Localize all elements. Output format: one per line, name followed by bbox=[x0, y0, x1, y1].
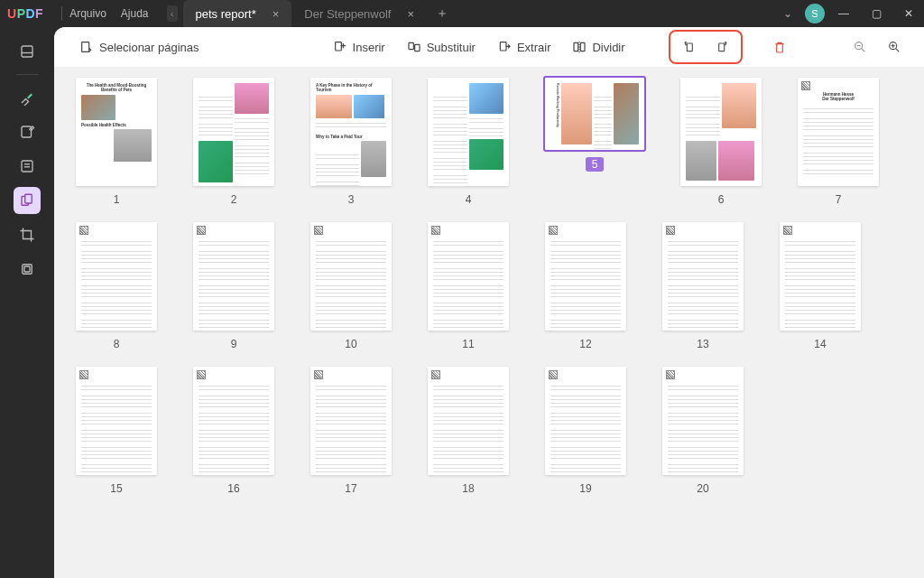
qr-icon bbox=[783, 226, 792, 235]
extract-button[interactable]: Extrair bbox=[488, 34, 560, 60]
svg-rect-9 bbox=[24, 266, 30, 272]
chevron-down-icon[interactable]: ⌄ bbox=[783, 7, 792, 20]
insert-icon bbox=[333, 40, 347, 54]
page-number: 13 bbox=[697, 338, 708, 350]
qr-icon bbox=[314, 226, 323, 235]
replace-icon bbox=[407, 40, 421, 54]
left-sidebar bbox=[0, 27, 54, 578]
qr-icon bbox=[197, 370, 206, 379]
tab-active[interactable]: pets report* × bbox=[183, 0, 292, 27]
select-icon bbox=[79, 40, 94, 54]
page-number: 16 bbox=[227, 482, 239, 495]
svg-line-23 bbox=[862, 49, 864, 51]
add-tab-icon[interactable]: ＋ bbox=[436, 5, 448, 22]
minimize-icon[interactable]: ― bbox=[836, 7, 852, 20]
tab-inactive[interactable]: Der Steppenwolf × bbox=[291, 0, 427, 27]
page-thumbnail[interactable] bbox=[662, 367, 744, 475]
delete-button[interactable] bbox=[766, 33, 793, 61]
close-icon[interactable]: × bbox=[407, 7, 414, 21]
zoom-out-button[interactable] bbox=[846, 33, 873, 61]
page-thumbnail[interactable] bbox=[193, 78, 274, 186]
page-number: 11 bbox=[462, 338, 474, 350]
page-thumbnail[interactable] bbox=[780, 222, 861, 331]
page-number: 2 bbox=[231, 193, 237, 206]
page-thumbnail-selected[interactable]: Remote Working Productivity bbox=[545, 78, 644, 150]
zoom-out-icon bbox=[853, 40, 867, 54]
svg-rect-15 bbox=[414, 44, 419, 51]
svg-rect-18 bbox=[581, 42, 586, 51]
avatar[interactable]: S bbox=[805, 4, 825, 23]
thumbnail-grid: The Health and Mood-Boosting Benefits of… bbox=[54, 67, 924, 578]
page-thumbnail[interactable] bbox=[193, 367, 274, 475]
qr-icon bbox=[666, 226, 675, 235]
split-icon bbox=[572, 40, 587, 54]
tool-ocr-icon[interactable] bbox=[14, 153, 41, 180]
page-number: 12 bbox=[579, 338, 591, 350]
page-thumbnail[interactable] bbox=[545, 367, 626, 475]
page-thumbnail[interactable] bbox=[310, 367, 392, 475]
page-thumbnail[interactable] bbox=[76, 222, 157, 331]
page-thumbnail[interactable] bbox=[193, 222, 274, 331]
tab-handle-icon[interactable]: ‹ bbox=[167, 5, 178, 22]
tool-thumbnails-icon[interactable] bbox=[14, 38, 41, 65]
page-number: 15 bbox=[110, 482, 122, 495]
rotate-group-highlight bbox=[669, 30, 743, 64]
svg-rect-3 bbox=[22, 161, 32, 172]
qr-icon bbox=[197, 226, 206, 235]
page-number: 18 bbox=[462, 482, 474, 495]
thumb-title: A Key Phase in the History of Tourism bbox=[316, 83, 386, 93]
tool-edit-icon[interactable] bbox=[14, 118, 41, 145]
tool-compress-icon[interactable] bbox=[14, 256, 41, 283]
svg-rect-0 bbox=[22, 46, 32, 57]
qr-icon bbox=[549, 226, 558, 235]
page-thumbnail[interactable]: A Key Phase in the History of Tourism Wh… bbox=[310, 78, 392, 186]
qr-icon bbox=[549, 370, 558, 379]
rotate-left-button[interactable] bbox=[676, 33, 703, 61]
zoom-in-button[interactable] bbox=[881, 33, 908, 61]
tool-highlight-icon[interactable] bbox=[14, 84, 41, 111]
page-thumbnail[interactable] bbox=[428, 78, 509, 186]
svg-rect-16 bbox=[500, 42, 506, 51]
page-thumbnail[interactable]: The Health and Mood-Boosting Benefits of… bbox=[76, 78, 157, 186]
page-number: 4 bbox=[466, 193, 472, 206]
qr-icon bbox=[801, 81, 810, 90]
page-number: 6 bbox=[718, 193, 725, 206]
replace-label: Substituir bbox=[427, 41, 476, 54]
maximize-icon[interactable]: ▢ bbox=[868, 7, 884, 20]
qr-icon bbox=[666, 370, 675, 379]
qr-icon bbox=[431, 226, 440, 235]
tool-crop-icon[interactable] bbox=[14, 221, 41, 248]
page-number: 14 bbox=[814, 338, 826, 350]
separator bbox=[16, 74, 38, 75]
close-icon[interactable]: × bbox=[273, 7, 280, 21]
app-logo: UPDF bbox=[7, 6, 43, 21]
page-thumbnail[interactable] bbox=[428, 367, 509, 475]
qr-icon bbox=[431, 370, 440, 379]
menu-help[interactable]: Ajuda bbox=[121, 7, 149, 20]
split-label: Dividir bbox=[592, 41, 624, 54]
zoom-in-icon bbox=[887, 40, 901, 54]
select-pages-label: Selecionar páginas bbox=[99, 41, 199, 54]
page-thumbnail[interactable] bbox=[428, 222, 509, 331]
page-number: 10 bbox=[345, 338, 356, 350]
page-thumbnail[interactable] bbox=[310, 222, 392, 331]
insert-button[interactable]: Inserir bbox=[324, 34, 394, 60]
tool-organize-pages-icon[interactable] bbox=[14, 187, 41, 214]
page-thumbnail[interactable]: Hermann HesseDer Steppenwolf bbox=[798, 78, 879, 186]
tab-label: Der Steppenwolf bbox=[304, 7, 391, 21]
svg-line-26 bbox=[896, 49, 899, 51]
page-thumbnail[interactable] bbox=[76, 367, 157, 475]
menu-file[interactable]: Arquivo bbox=[69, 7, 106, 20]
qr-icon bbox=[79, 226, 88, 235]
split-button[interactable]: Dividir bbox=[563, 34, 633, 60]
svg-rect-14 bbox=[409, 42, 413, 49]
thumb-title: The Health and Mood-Boosting Benefits of… bbox=[81, 83, 152, 93]
page-thumbnail[interactable] bbox=[662, 222, 744, 331]
select-pages-button[interactable]: Selecionar páginas bbox=[70, 34, 208, 60]
page-thumbnail[interactable] bbox=[545, 222, 626, 331]
close-window-icon[interactable]: ✕ bbox=[901, 7, 917, 20]
page-thumbnail[interactable] bbox=[680, 78, 762, 186]
page-number: 8 bbox=[114, 338, 120, 350]
replace-button[interactable]: Substituir bbox=[398, 34, 485, 60]
rotate-right-button[interactable] bbox=[708, 33, 735, 61]
